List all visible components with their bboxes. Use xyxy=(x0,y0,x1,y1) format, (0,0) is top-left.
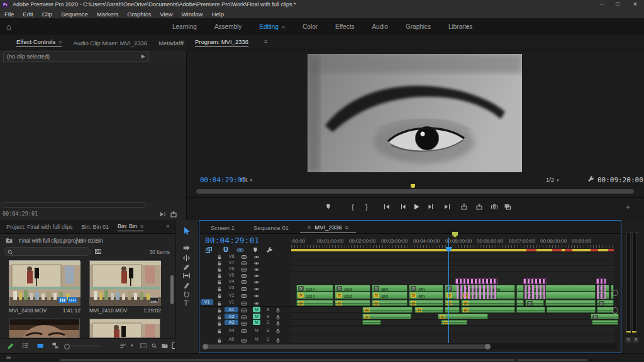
project-clip-thumbnail[interactable] xyxy=(89,319,160,338)
new-bin-icon[interactable] xyxy=(161,342,169,349)
panel-overflow-icon[interactable]: » xyxy=(166,222,170,229)
export-frame-button[interactable] xyxy=(491,203,498,211)
timeline-clip[interactable] xyxy=(516,300,524,306)
timeline-clip[interactable] xyxy=(597,307,614,313)
menu-sequence[interactable]: Sequence xyxy=(61,11,88,18)
step-back-button[interactable] xyxy=(399,203,407,211)
track-name-a2[interactable]: A2 xyxy=(225,314,238,319)
timeline-clip[interactable] xyxy=(516,307,545,313)
automate-to-sequence-icon[interactable] xyxy=(140,342,147,349)
timeline-clip[interactable] xyxy=(545,285,596,292)
workspace-tab-audio[interactable]: Audio xyxy=(363,19,397,35)
sequence-tab-mvi_2336[interactable]: ×MVI_2336≡ xyxy=(300,221,356,233)
menu-edit[interactable]: Edit xyxy=(23,11,33,18)
sync-lock-icon[interactable] xyxy=(241,307,247,314)
search-bin-icon[interactable] xyxy=(94,248,102,255)
timeline-clip[interactable]: fx xyxy=(597,300,614,306)
voiceover-record-mic-icon[interactable] xyxy=(275,320,281,327)
timeline-clip[interactable]: fx xyxy=(362,307,413,313)
play-button[interactable] xyxy=(413,203,420,211)
timeline-track-lane[interactable] xyxy=(291,336,614,344)
panel-tab-effect-controls[interactable]: Effect Controls≡ xyxy=(16,38,62,47)
scroll-handle-left[interactable] xyxy=(203,344,208,349)
track-lock-icon[interactable] xyxy=(216,320,223,327)
project-clip-thumbnail[interactable] xyxy=(9,319,80,338)
toggle-track-output-eye-icon[interactable] xyxy=(253,292,260,299)
timeline-clip[interactable] xyxy=(545,300,596,306)
sync-lock-icon[interactable] xyxy=(241,320,247,327)
maximize-button[interactable]: □ xyxy=(610,1,625,7)
sync-lock-icon[interactable] xyxy=(241,292,247,299)
source-patch-v1[interactable]: V1 xyxy=(201,299,213,305)
timeline-clip[interactable]: fx xyxy=(461,307,515,313)
menu-help[interactable]: Help xyxy=(211,11,224,18)
scroll-handle-right[interactable] xyxy=(485,344,491,349)
freeform-view-icon[interactable] xyxy=(52,342,59,349)
disclosure-triangle-icon[interactable]: ▶ xyxy=(142,53,145,59)
track-lock-icon[interactable] xyxy=(216,307,223,314)
timeline-clip[interactable]: fx xyxy=(362,314,411,319)
workspace-tab-libraries[interactable]: Libraries xyxy=(440,19,481,35)
slip-tool[interactable] xyxy=(181,272,191,280)
timeline-clip[interactable]: fx3rd xyxy=(372,285,408,292)
timeline-timecode[interactable]: 00:04:29:01 xyxy=(205,236,259,245)
project-writing-tool-icon[interactable] xyxy=(6,342,14,350)
home-icon[interactable]: ⌂ xyxy=(6,22,11,31)
menu-window[interactable]: Window xyxy=(182,11,203,18)
timeline-clip-pink[interactable] xyxy=(455,278,498,284)
track-lock-icon[interactable] xyxy=(216,337,223,344)
timeline-clip[interactable] xyxy=(445,307,460,313)
timeline-clip[interactable] xyxy=(516,285,524,292)
timeline-clip[interactable]: fx xyxy=(591,314,619,319)
timeline-clip[interactable]: fx xyxy=(438,314,488,319)
timeline-clip[interactable]: fx1st r xyxy=(296,292,333,299)
timeline-track-lane[interactable] xyxy=(291,327,614,334)
new-item-icon[interactable] xyxy=(170,342,175,349)
timeline-clip[interactable]: fx xyxy=(409,300,443,306)
zoom-slider-track[interactable] xyxy=(70,346,101,346)
track-name-a4[interactable]: A4 xyxy=(225,327,238,334)
go-to-in-button[interactable] xyxy=(383,203,391,211)
project-clip-thumbnail[interactable] xyxy=(9,260,80,305)
menu-file[interactable]: File xyxy=(4,11,14,18)
search-input[interactable] xyxy=(16,248,89,256)
solo-button-a1[interactable]: S xyxy=(264,307,272,312)
close-button[interactable]: × xyxy=(628,0,643,8)
sequence-tab-screen-1[interactable]: Screen 1 xyxy=(203,222,242,233)
track-name-a3[interactable]: A3 xyxy=(225,320,238,325)
type-tool[interactable]: T xyxy=(181,299,191,307)
ripple-edit-tool[interactable] xyxy=(181,254,191,262)
track-name-a5[interactable]: A5 xyxy=(225,336,238,343)
zoom-level-select[interactable]: Fit▾ xyxy=(241,176,252,183)
timeline-clip-pink[interactable] xyxy=(523,278,547,284)
comparison-view-button[interactable] xyxy=(504,203,511,211)
voiceover-record-mic-icon[interactable] xyxy=(275,327,281,334)
close-tab-icon[interactable]: × xyxy=(308,224,311,231)
timeline-clip-pink-overlay[interactable] xyxy=(525,285,546,299)
minimize-button[interactable]: ─ xyxy=(594,1,609,7)
menu-view[interactable]: View xyxy=(160,11,172,18)
track-lock-icon[interactable] xyxy=(216,327,223,334)
timeline-clip[interactable]: fx xyxy=(441,320,467,325)
timeline-clip[interactable] xyxy=(592,320,618,325)
panel-tab-audio-clip-mixer[interactable]: Audio Clip Mixer: MVI_2336 xyxy=(73,40,147,47)
solo-button-a5[interactable]: S xyxy=(264,336,272,343)
menu-clip[interactable]: Clip xyxy=(42,11,52,18)
workspace-tab-assembly[interactable]: Assembly xyxy=(206,19,250,35)
workspace-menu-icon[interactable]: ≡ xyxy=(282,24,285,30)
timeline-track-lane[interactable] xyxy=(291,278,614,285)
timeline-track-lane[interactable] xyxy=(291,266,614,272)
track-name-v4[interactable]: V4 xyxy=(225,278,238,284)
project-tab-bin-bin-01[interactable]: Bin: Bin 01 xyxy=(82,224,109,230)
settings-wrench-icon[interactable] xyxy=(587,175,594,183)
add-marker-button[interactable] xyxy=(325,203,332,211)
effect-panel-scrollbar[interactable] xyxy=(1,202,146,208)
timeline-clip[interactable]: fx4th xyxy=(409,292,443,299)
go-to-out-button[interactable] xyxy=(443,203,451,211)
find-icon[interactable] xyxy=(151,342,158,349)
timeline-clip[interactable]: fx3rd xyxy=(372,292,408,299)
play-around-icon[interactable] xyxy=(158,211,166,218)
timeline-clip[interactable] xyxy=(545,292,596,299)
project-breadcrumb[interactable]: Final with full clips.prproj\Bin 01\Bin xyxy=(19,238,103,244)
timeline-clip[interactable]: fx xyxy=(372,300,408,306)
